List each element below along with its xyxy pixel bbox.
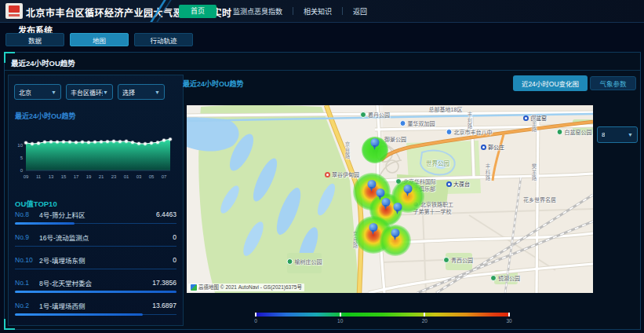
region-select[interactable]: 北京▼ [14, 84, 61, 100]
amap-logo-icon [191, 284, 197, 291]
svg-text:05: 05 [149, 174, 155, 179]
park-select[interactable]: 丰台区循环经济产▼ [66, 84, 113, 100]
rank-progress-bar [15, 291, 176, 293]
rank-number: No.1 [15, 279, 39, 287]
publish-buttons: 数据地图行动轨迹 [5, 33, 193, 46]
rank-station-name: 2号-填埋场东侧 [39, 255, 173, 265]
station-pin-3[interactable] [382, 198, 391, 210]
rank-progress-track [15, 291, 176, 293]
scale-tick-label: 30 [506, 318, 511, 324]
nav-tab-0[interactable]: 首页 [179, 5, 216, 18]
rank-progress-track [15, 222, 176, 225]
rank-value: 0 [173, 256, 176, 264]
chevron-down-icon: ▼ [51, 90, 56, 95]
station-pin-1[interactable] [368, 180, 377, 192]
publish-button-1[interactable]: 地图 [70, 33, 129, 46]
rank-progress-bar [15, 222, 75, 225]
svg-text:07: 07 [162, 174, 167, 179]
ranking-row-3: No.18号-北天堂村委会17.3856 [15, 278, 176, 293]
ranking-title: OU值TOP10 [15, 198, 57, 209]
station-pin-7[interactable] [391, 229, 400, 240]
color-scale-bar [256, 313, 509, 317]
station-select[interactable]: 选择▼ [118, 84, 165, 100]
park-select-value: 丰台区循环经济产 [71, 88, 103, 97]
nav-tab-1[interactable]: 监测点恶臭指数 [223, 6, 293, 16]
svg-text:0: 0 [20, 168, 24, 173]
station-pin-4[interactable] [404, 185, 413, 196]
svg-text:13: 13 [49, 174, 54, 179]
rank-value: 0 [173, 233, 176, 241]
publish-button-0[interactable]: 数据 [5, 33, 64, 46]
weather-params-button[interactable]: 气象参数 [590, 76, 636, 90]
scale-tick [508, 313, 510, 317]
ou-change-map-button[interactable]: 近24小时OU变化图 [513, 75, 588, 91]
scale-tick [424, 313, 425, 317]
rank-number: No.2 [15, 302, 39, 309]
svg-text:19: 19 [86, 174, 92, 179]
station-pin-6[interactable] [369, 223, 378, 235]
map-copyright-text: 高德地图 © 2021 AutoNavi - GS(2021)6375号 [198, 284, 302, 291]
svg-text:17: 17 [74, 174, 79, 179]
scale-tick [255, 313, 257, 317]
ranking-row-line: No.102号-填埋场东侧0 [15, 255, 176, 265]
chevron-down-icon: ▼ [103, 90, 108, 95]
map[interactable]: 总部基地18区看丹公园董华双加园御景公园北京市丰台八中白盆窑白盆窑公园郭公庄世界… [187, 105, 593, 293]
chevron-down-icon: ▼ [155, 90, 160, 95]
svg-text:15: 15 [61, 174, 67, 179]
hour-select[interactable]: 8 ▼ [597, 126, 638, 143]
station-pin-0[interactable] [371, 138, 380, 150]
scale-tick-label: 20 [422, 318, 428, 324]
nav-tab-2[interactable]: 相关知识 [293, 6, 342, 16]
rank-progress-bar [15, 313, 143, 316]
app-logo-icon [5, 3, 23, 19]
chevron-down-icon: ▼ [628, 132, 633, 137]
rank-progress-track [15, 313, 176, 316]
rank-progress-track [15, 268, 176, 270]
map-copyright: 高德地图 © 2021 AutoNavi - GS(2021)6375号 [188, 284, 304, 291]
rank-number: No.10 [15, 256, 39, 264]
ranking-row-line: No.84号-筛分上料区6.4463 [15, 210, 176, 219]
heatmap-layer [187, 105, 593, 293]
nav-tab-3[interactable]: 返回 [343, 6, 377, 16]
color-scale-labels: 0102030 [256, 318, 509, 326]
svg-text:09: 09 [24, 174, 29, 179]
publish-button-2[interactable]: 行动轨迹 [134, 33, 193, 46]
station-pin-5[interactable] [394, 203, 402, 214]
rank-progress-track [15, 245, 176, 247]
svg-text:01: 01 [124, 174, 129, 179]
rank-station-name: 16号-流动监测点 [39, 232, 173, 242]
rank-value: 13.6897 [152, 302, 176, 309]
scale-tick-label: 0 [254, 318, 257, 324]
ranking-row-line: No.18号-北天堂村委会17.3856 [15, 278, 176, 287]
panel-title: 最近24小时OU趋势 [11, 57, 75, 68]
left-sidebar-panel: 北京▼丰台区循环经济产▼选择▼ 最近24小时OU趋势 0510091113151… [8, 75, 184, 326]
map-section-title: 最近24小时OU趋势 [183, 79, 244, 89]
rank-value: 6.4463 [156, 210, 176, 218]
hour-select-value: 8 [602, 131, 605, 138]
rank-station-name: 1号-填埋场西侧 [39, 301, 152, 310]
ranking-row-line: No.916号-流动监测点0 [15, 232, 176, 242]
svg-text:21: 21 [99, 174, 104, 179]
filter-row: 北京▼丰台区循环经济产▼选择▼ [14, 84, 165, 100]
region-select-value: 北京 [19, 88, 31, 97]
rank-station-name: 4号-筛分上料区 [39, 210, 156, 219]
rank-number: No.9 [15, 233, 39, 241]
panel-divider [5, 70, 640, 71]
ranking-row-1: No.916号-流动监测点0 [15, 232, 176, 247]
rank-number: No.8 [15, 210, 39, 218]
ranking-row-0: No.84号-筛分上料区6.4463 [15, 210, 176, 225]
rank-station-name: 8号-北天堂村委会 [39, 278, 152, 287]
heatmap-color-scale: 0102030 [256, 313, 509, 326]
svg-text:03: 03 [136, 174, 142, 179]
ranking-list: No.84号-筛分上料区6.4463No.916号-流动监测点0No.102号-… [15, 210, 176, 324]
svg-text:11: 11 [36, 174, 42, 179]
rank-value: 17.3856 [152, 279, 176, 287]
trend-chart: 0510091113151719212301030507 [12, 120, 178, 186]
svg-text:5: 5 [20, 156, 24, 160]
nav-tabs: 首页监测点恶臭指数相关知识返回 [179, 0, 377, 22]
header-bar: 北京市丰台区循环经济产业园大气恶臭状况实时 首页监测点恶臭指数相关知识返回 [0, 0, 644, 23]
scale-tick-label: 10 [337, 318, 343, 324]
station-select-value: 选择 [122, 88, 135, 97]
main-panel: 最近24小时OU趋势 北京▼丰台区循环经济产▼选择▼ 最近24小时OU趋势 05… [4, 52, 641, 330]
ranking-row-2: No.102号-填埋场东侧0 [15, 255, 176, 270]
